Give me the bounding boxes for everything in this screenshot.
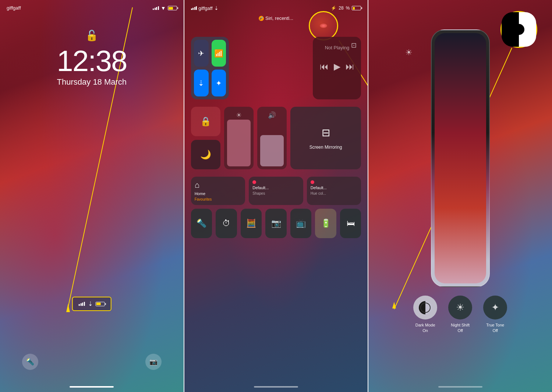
battery-widget-icon: 🔋 [321,219,331,228]
sleep-button[interactable]: 🛏 [340,209,361,238]
cc-wifi-icon: ⇣ [214,5,219,11]
cc-home-indicator [254,386,298,388]
camera-button[interactable]: 📷 [145,354,162,370]
media-play-button[interactable]: ▶ [334,61,340,72]
display-controls: Dark Mode On ☀ Night Shift Off ✦ True To… [368,296,552,333]
siri-text: Siri, recentl... [265,15,293,21]
airplay-icon[interactable]: ⊡ [351,41,357,49]
lock-date: Thursday 18 March [57,77,127,87]
cc-carrier-label: giffgaff [198,6,213,11]
lock-carrier-label: giffgaff [7,5,21,11]
not-playing-label: Not Playing [317,45,357,50]
dark-mode-state: On [415,328,435,333]
dark-mode-button[interactable] [413,296,437,319]
cc-charge-icon: ⚡ [331,6,336,11]
cc-battery-icon [352,6,361,10]
timer-button[interactable]: ⏱ [216,209,237,238]
calculator-button[interactable]: 🧮 [241,209,262,238]
camera-cc-button[interactable]: 📷 [265,209,287,238]
bluetooth-button[interactable]: ✦ [212,70,226,96]
dark-mode-large-icon [508,18,530,40]
wifi-icon: ▼ [161,5,166,11]
home-sub: Favourites [195,197,212,201]
lock-screen-panel: giffgaff ▼ 🔓 12:38 Thursday 18 March ⇣ [0,0,184,392]
cc-main-grid: ✈ 📶 ⇣ ✦ ⊡ Not Playing ⏮ ▶ ⏭ [191,37,361,238]
battery-icon [168,6,177,10]
true-tone-control: ✦ True Tone Off [483,296,507,333]
true-tone-button[interactable]: ✦ [483,296,507,319]
dark-mode-control: Dark Mode On [413,296,437,333]
cc-display-highlight [309,11,338,40]
screen-mirroring-button[interactable]: ⊟ Screen Mirroring [290,107,361,169]
screen-mirroring-label: Screen Mirroring [309,145,342,150]
moon-icon: 🌙 [200,149,211,160]
cc-status-bar: giffgaff ⇣ ⚡ 28% [191,5,361,11]
calculator-icon: 🧮 [246,219,256,228]
home-label: Home [195,191,205,196]
lock-bottom-icons: 🔦 📷 [0,354,184,370]
shortcut-dot-2 [311,180,314,184]
night-shift-label: Night Shift Off [451,322,470,333]
shortcut1-label: Default... [252,186,269,190]
shortcuts-row: ⌂ Home Favourites Default... Shapes Defa… [191,177,361,205]
media-block: ⊡ Not Playing ⏮ ▶ ⏭ [313,37,361,99]
hotspot-icon: 📶 [214,49,223,58]
brightness-sun-icon: ☀ [405,48,413,57]
timer-icon: ⏱ [222,219,230,228]
media-next-button[interactable]: ⏭ [346,61,354,72]
true-tone-state: Off [486,328,504,333]
signal-strength-icon [153,6,159,10]
cc-siri-bar: 🎤 Siri, recentl... [259,15,293,21]
night-shift-button[interactable]: ☀ [448,296,472,319]
do-not-disturb-button[interactable]: 🌙 [191,140,220,169]
home-icon: ⌂ [195,180,199,190]
signal-bars-icon [79,302,85,306]
home-favourites-button[interactable]: ⌂ Home Favourites [191,177,245,205]
display-panel: ☀ Dark Mode On [368,0,552,392]
dark-mode-label: Dark Mode On [415,322,435,333]
bottom-row: 🔦 ⏱ 🧮 📷 📺 🔋 🛏 [191,209,361,238]
rotation-lock-icon: 🔒 [200,116,211,127]
airplane-mode-button[interactable]: ✈ [194,40,209,67]
shortcut-dot-1 [252,180,256,184]
wifi-button[interactable]: ⇣ [194,70,209,96]
cc-signal-icon [191,6,197,10]
shortcut2-sub: Hue col... [311,191,326,195]
dark-mode-title: Dark Mode [415,322,435,328]
shortcut-shapes-button[interactable]: Default... Shapes [249,177,303,205]
battery-status-icon [96,302,105,306]
media-prev-button[interactable]: ⏮ [320,61,329,72]
remote-icon: 📺 [296,219,306,228]
brightness-icon: ☀ [236,111,242,119]
media-controls: ⏮ ▶ ⏭ [317,61,357,72]
night-shift-icon: ☀ [456,302,464,313]
cc-carrier-area: giffgaff ⇣ [191,5,219,11]
rotation-lock-button[interactable]: 🔒 [191,107,220,136]
sleep-icon: 🛏 [347,219,355,228]
brightness-slider[interactable]: ☀ [224,107,254,169]
night-shift-state: Off [451,328,470,333]
true-tone-icon: ✦ [491,302,499,313]
true-tone-label: True Tone Off [486,322,504,333]
battery-widget-button[interactable]: 🔋 [315,209,336,238]
cc-battery-percent: 28 [339,6,343,11]
remote-button[interactable]: 📺 [290,209,312,238]
flashlight-cc-button[interactable]: 🔦 [191,209,212,238]
cc-battery-area: ⚡ 28% [331,6,361,11]
shortcut1-sub: Shapes [252,191,265,195]
shortcut-hue-button[interactable]: Default... Hue col... [307,177,361,205]
lock-status-bar: ▼ [153,5,177,11]
camera-icon: 📷 [149,358,158,366]
night-shift-control: ☀ Night Shift Off [448,296,472,333]
siri-mic-icon: 🎤 [259,16,264,21]
phone-screen [435,33,486,283]
cc-display-dot [320,24,327,28]
phone-mockup [431,29,490,287]
wifi-btn-icon: ⇣ [198,79,204,88]
shortcut2-label: Default... [311,186,327,190]
flashlight-button[interactable]: 🔦 [22,354,38,370]
hotspot-button[interactable]: 📶 [212,40,226,67]
volume-slider[interactable]: 🔊 [257,107,287,169]
airplane-icon: ✈ [198,49,204,58]
display-highlight-circle [500,11,537,48]
